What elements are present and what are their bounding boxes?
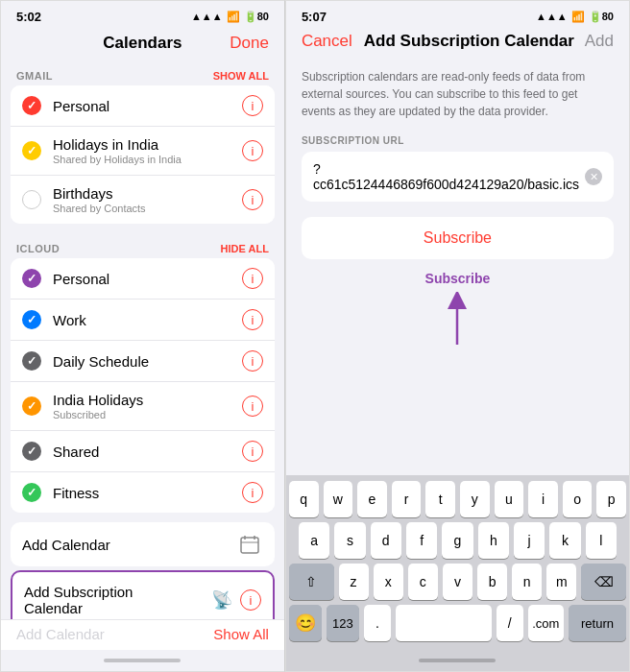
bottom-actions: Add Calendar Show All [16, 626, 269, 642]
key-j[interactable]: j [514, 522, 545, 559]
info-button[interactable]: i [242, 441, 263, 462]
check-icon: ✓ [27, 486, 36, 499]
key-t[interactable]: t [425, 481, 455, 517]
calendar-name: Fitness [53, 485, 242, 501]
holidays-dot: ✓ [22, 141, 41, 160]
url-input-box[interactable]: ?cc61c5124446869f600d424129a20/basic.ics… [302, 152, 614, 202]
show-all-bottom[interactable]: Show All [213, 626, 269, 642]
dotcom-key[interactable]: .com [528, 605, 564, 641]
list-item[interactable]: Birthdays Shared by Contacts i [11, 176, 275, 224]
gmail-show-all[interactable]: SHOW ALL [213, 70, 269, 82]
calendar-text: India Holidays Subscribed [53, 392, 242, 420]
key-s[interactable]: s [334, 522, 365, 559]
arrow-annotation: Subscribe [286, 267, 629, 349]
list-item[interactable]: ✓ Fitness i [11, 472, 275, 513]
birthdays-dot [22, 190, 41, 209]
add-subscription-item[interactable]: Add SubscriptionCalendar 📡 i [11, 570, 275, 619]
key-o[interactable]: o [563, 481, 593, 517]
keyboard: q w e r t y u i o p a s d f g h j k l ⇧ … [286, 475, 629, 650]
arrow-label: Subscribe [425, 271, 491, 286]
subscription-signal-icon: 📡 [211, 589, 232, 611]
key-n[interactable]: n [512, 564, 542, 600]
key-b[interactable]: b [477, 564, 507, 600]
key-p[interactable]: p [596, 481, 626, 517]
add-button[interactable]: Add [585, 32, 614, 51]
url-section: SUBSCRIPTION URL ?cc61c5124446869f600d42… [286, 130, 629, 205]
key-v[interactable]: v [443, 564, 472, 600]
subscribe-button[interactable]: Subscribe [302, 217, 614, 259]
info-button[interactable]: i [242, 95, 263, 116]
svg-rect-0 [241, 538, 258, 553]
numbers-key[interactable]: 123 [327, 605, 359, 641]
gmail-section-header: GMAIL SHOW ALL [1, 60, 284, 85]
key-k[interactable]: k [549, 522, 580, 559]
emoji-key[interactable]: 😊 [289, 605, 322, 641]
info-button[interactable]: i [242, 309, 263, 330]
done-button[interactable]: Done [230, 34, 269, 53]
key-d[interactable]: d [371, 522, 401, 559]
add-calendar-bottom[interactable]: Add Calendar [16, 626, 105, 642]
space-key[interactable] [396, 605, 492, 641]
cancel-button[interactable]: Cancel [302, 32, 352, 51]
calendar-text: Daily Schedule [53, 353, 242, 370]
shift-key[interactable]: ⇧ [289, 564, 334, 600]
battery-icon: 🔋80 [244, 11, 269, 23]
add-calendar-icon [236, 534, 263, 555]
info-button[interactable]: i [242, 189, 263, 210]
key-e[interactable]: e [357, 481, 387, 517]
key-h[interactable]: h [478, 522, 509, 559]
subscription-info-button[interactable]: i [240, 589, 261, 611]
key-i[interactable]: i [528, 481, 558, 517]
info-button[interactable]: i [242, 396, 263, 417]
key-x[interactable]: x [374, 564, 403, 600]
list-item[interactable]: ✓ Personal i [11, 85, 275, 127]
arrow-icon [438, 292, 476, 349]
personal-dot: ✓ [22, 96, 41, 115]
wifi-icon: 📶 [571, 11, 585, 23]
subscription-item-inner: Add SubscriptionCalendar 📡 i [12, 572, 273, 619]
info-button[interactable]: i [242, 268, 263, 289]
add-calendar-item[interactable]: Add Calendar [11, 522, 275, 566]
check-icon: ✓ [27, 99, 36, 112]
list-item[interactable]: ✓ Personal i [11, 258, 275, 300]
clear-url-button[interactable]: ✕ [585, 168, 602, 185]
subscription-form: Subscription calendars are read-only fee… [286, 59, 629, 475]
key-m[interactable]: m [546, 564, 576, 600]
info-button[interactable]: i [242, 482, 263, 503]
status-icons-right: ▲▲▲ 📶 🔋80 [536, 11, 614, 23]
key-w[interactable]: w [324, 481, 353, 517]
key-a[interactable]: a [299, 522, 329, 559]
list-item[interactable]: ✓ Daily Schedule i [11, 341, 275, 382]
list-item[interactable]: ✓ India Holidays Subscribed i [11, 382, 275, 431]
key-l[interactable]: l [586, 522, 617, 559]
key-y[interactable]: y [460, 481, 490, 517]
return-key[interactable]: return [569, 605, 626, 641]
calendar-text: Personal [53, 98, 242, 114]
calendar-text: Holidays in India Shared by Holidays in … [53, 136, 242, 165]
check-icon: ✓ [27, 144, 36, 157]
add-section: Add Calendar [11, 522, 275, 566]
key-u[interactable]: u [495, 481, 524, 517]
key-g[interactable]: g [442, 522, 472, 559]
period-key[interactable]: . [364, 605, 391, 641]
list-item[interactable]: ✓ Shared i [11, 431, 275, 472]
keyboard-row-2: a s d f g h j k l [289, 522, 626, 559]
home-bar-right [419, 659, 496, 662]
key-r[interactable]: r [392, 481, 422, 517]
keyboard-row-4: 😊 123 . / .com return [289, 605, 626, 641]
list-item[interactable]: ✓ Holidays in India Shared by Holidays i… [11, 127, 275, 176]
info-button[interactable]: i [242, 140, 263, 161]
backspace-key[interactable]: ⌫ [581, 564, 626, 600]
bottom-bar: Add Calendar Show All [1, 619, 284, 650]
slash-key[interactable]: / [497, 605, 523, 641]
list-item[interactable]: ✓ Work i [11, 300, 275, 341]
key-q[interactable]: q [289, 481, 319, 517]
key-z[interactable]: z [339, 564, 369, 600]
icloud-hide-all[interactable]: HIDE ALL [221, 243, 269, 254]
key-f[interactable]: f [406, 522, 437, 559]
key-c[interactable]: c [408, 564, 438, 600]
icloud-section-header: ICLOUD HIDE ALL [1, 233, 284, 258]
info-button[interactable]: i [242, 350, 263, 372]
calendar-name: Birthdays [53, 185, 242, 202]
status-bar-right: 5:07 ▲▲▲ 📶 🔋80 [286, 1, 629, 28]
